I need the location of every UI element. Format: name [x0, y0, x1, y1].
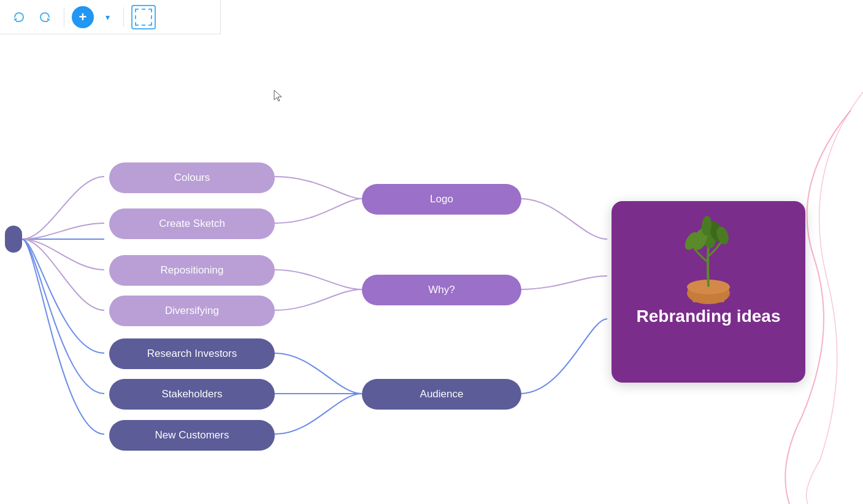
node-stakeholders[interactable]: Stakeholders — [109, 379, 275, 410]
chevron-down-icon: ▾ — [105, 12, 110, 22]
select-icon — [135, 9, 152, 26]
undo-button[interactable] — [7, 6, 29, 28]
node-new-customers[interactable]: New Customers — [109, 420, 275, 451]
node-colours[interactable]: Colours — [109, 162, 275, 193]
toolbar-divider-1 — [64, 7, 64, 27]
node-why[interactable]: Why? — [362, 275, 521, 305]
node-audience[interactable]: Audience — [362, 379, 521, 410]
add-button[interactable]: + — [72, 6, 94, 28]
center-connector — [5, 226, 22, 253]
node-repositioning[interactable]: Repositioning — [109, 255, 275, 286]
cursor-pointer — [273, 89, 285, 104]
select-tool-button[interactable] — [131, 5, 156, 29]
toolbar-divider-2 — [123, 7, 124, 27]
add-dropdown-button[interactable]: ▾ — [99, 9, 116, 26]
add-icon: + — [79, 10, 87, 24]
redo-button[interactable] — [34, 6, 56, 28]
plant-illustration — [669, 207, 748, 305]
rebranding-title: Rebranding ideas — [624, 307, 793, 326]
node-create-sketch[interactable]: Create Sketch — [109, 208, 275, 239]
toolbar: + ▾ — [0, 0, 221, 34]
node-logo[interactable]: Logo — [362, 184, 521, 215]
canvas: Logo Why? Audience Colours Create Sketch… — [0, 0, 863, 504]
node-research-investors[interactable]: Research Investors — [109, 338, 275, 369]
node-diversifying[interactable]: Diversifying — [109, 296, 275, 326]
rebranding-card[interactable]: Rebranding ideas — [612, 201, 805, 383]
